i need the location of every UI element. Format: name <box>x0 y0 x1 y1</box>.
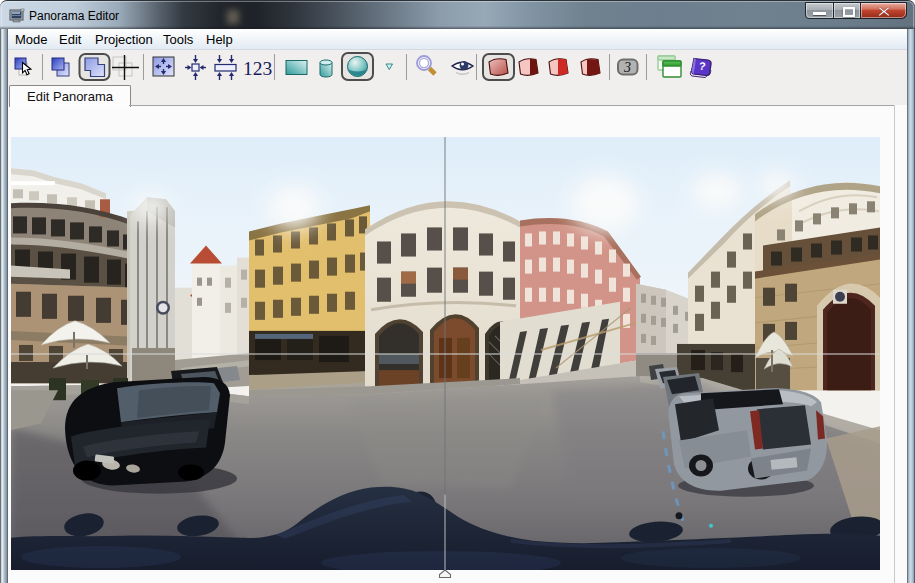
svg-text:3: 3 <box>623 60 631 75</box>
svg-text:123: 123 <box>243 58 272 79</box>
